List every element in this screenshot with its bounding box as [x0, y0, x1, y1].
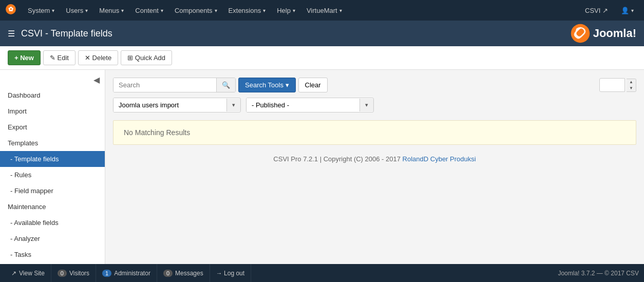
main-area: ◀ Dashboard Import Export Templates - Te…: [0, 70, 644, 264]
nav-item-menus[interactable]: Menus▾: [94, 0, 129, 21]
toolbar: + New ✎ Edit ✕ Delete ⊞ Quick Add: [0, 46, 644, 70]
top-right-items: CSVI ↗ 👤▾: [580, 0, 639, 21]
messages-item[interactable]: 0 Messages: [157, 264, 210, 282]
sidebar-item-analyzer[interactable]: - Analyzer: [0, 231, 105, 247]
nav-items: System▾ Users▾ Menus▾ Content▾ Component…: [23, 0, 580, 21]
joomla-text: Joomla!: [593, 27, 636, 40]
visitors-label: Visitors: [69, 270, 89, 277]
nav-item-help[interactable]: Help▾: [272, 0, 300, 21]
no-results-box: No Matching Results: [113, 120, 636, 145]
logout-item[interactable]: → Log out: [210, 264, 251, 282]
delete-button[interactable]: ✕ Delete: [78, 50, 118, 65]
status-filter-wrap: - Published - Published Unpublished ▾: [246, 98, 374, 112]
view-site-label: View Site: [19, 270, 45, 277]
footer-info: CSVI Pro 7.2.1 | Copyright (C) 2006 - 20…: [113, 145, 636, 173]
sidebar-toggle-button[interactable]: ◀: [93, 75, 100, 85]
new-button[interactable]: + New: [8, 50, 41, 65]
per-page-arrows: ▲ ▼: [627, 79, 636, 92]
messages-label: Messages: [175, 270, 203, 277]
search-bar: 🔍 Search Tools ▾ Clear 20 ▲ ▼: [113, 78, 636, 92]
admin-badge: 1: [102, 270, 111, 277]
template-filter-wrap: Joomla users import ▾: [113, 98, 241, 112]
joomla-icon: ✿: [5, 4, 16, 17]
no-results-message: No Matching Results: [124, 128, 190, 137]
template-filter-arrow[interactable]: ▾: [226, 99, 240, 111]
sidebar-item-rules[interactable]: - Rules: [0, 167, 105, 183]
admin-label: Administrator: [114, 270, 150, 277]
per-page-input[interactable]: 20: [599, 78, 625, 92]
search-input[interactable]: [113, 78, 216, 92]
filter-row: Joomla users import ▾ - Published - Publ…: [113, 98, 636, 112]
sidebar-item-export[interactable]: Export: [0, 119, 105, 135]
status-filter[interactable]: - Published - Published Unpublished: [247, 98, 359, 112]
copyright-text: CSVI Pro 7.2.1 | Copyright (C) 2006 - 20…: [273, 155, 401, 163]
nav-item-users[interactable]: Users▾: [61, 0, 93, 21]
clear-button[interactable]: Clear: [298, 78, 328, 92]
quick-add-button[interactable]: ⊞ Quick Add: [121, 50, 172, 65]
status-filter-arrow[interactable]: ▾: [359, 99, 373, 111]
per-page-wrap: 20 ▲ ▼: [599, 78, 636, 92]
svg-text:✿: ✿: [8, 6, 13, 13]
footer-link[interactable]: RolandD Cyber Produksi: [403, 155, 476, 163]
search-submit-button[interactable]: 🔍: [216, 78, 235, 92]
sidebar-item-template-fields[interactable]: - Template fields: [0, 151, 105, 167]
nav-item-extensions[interactable]: Extensions▾: [223, 0, 271, 21]
user-menu[interactable]: 👤▾: [616, 0, 639, 21]
search-tools-button[interactable]: Search Tools ▾: [238, 78, 296, 92]
sidebar-item-available-fields[interactable]: - Available fields: [0, 215, 105, 231]
bottom-right-text: Joomla! 3.7.2 — © 2017 CSV: [558, 270, 639, 277]
joomla-logo: Joomla!: [571, 24, 636, 43]
edit-button[interactable]: ✎ Edit: [43, 50, 75, 65]
bottom-bar: ↗ View Site 0 Visitors 1 Administrator 0…: [0, 264, 644, 282]
nav-item-virtuemart[interactable]: VirtueMart▾: [301, 0, 347, 21]
admin-item[interactable]: 1 Administrator: [96, 264, 157, 282]
sidebar-item-templates[interactable]: Templates: [0, 135, 105, 151]
per-page-down[interactable]: ▼: [627, 85, 636, 91]
top-navigation: ✿ System▾ Users▾ Menus▾ Content▾ Compone…: [0, 0, 644, 21]
visitors-badge: 0: [58, 270, 67, 277]
nav-item-content[interactable]: Content▾: [130, 0, 168, 21]
sidebar-item-dashboard[interactable]: Dashboard: [0, 87, 105, 103]
search-input-wrap: 🔍: [113, 78, 236, 92]
view-site-item[interactable]: ↗ View Site: [5, 264, 51, 282]
sidebar-toggle-area: ◀: [0, 72, 105, 87]
view-site-icon: ↗: [11, 270, 16, 277]
page-title: CSVI - Template fields: [21, 28, 571, 39]
sidebar-item-import[interactable]: Import: [0, 103, 105, 119]
bottom-left-items: ↗ View Site 0 Visitors 1 Administrator 0…: [5, 264, 251, 282]
csvi-link[interactable]: CSVI ↗: [580, 0, 613, 21]
header-bar: ☰ CSVI - Template fields Joomla!: [0, 21, 644, 46]
content-area: 🔍 Search Tools ▾ Clear 20 ▲ ▼ Joomla use…: [105, 70, 644, 264]
visitors-item[interactable]: 0 Visitors: [51, 264, 96, 282]
sidebar-item-tasks[interactable]: - Tasks: [0, 247, 105, 262]
messages-badge: 0: [163, 270, 173, 277]
per-page-up[interactable]: ▲: [627, 79, 636, 85]
logout-label: → Log out: [216, 270, 244, 277]
template-filter[interactable]: Joomla users import: [113, 98, 226, 112]
sidebar-item-maintenance[interactable]: Maintenance: [0, 199, 105, 215]
sidebar: ◀ Dashboard Import Export Templates - Te…: [0, 70, 105, 264]
nav-item-components[interactable]: Components▾: [169, 0, 222, 21]
nav-item-system[interactable]: System▾: [23, 0, 60, 21]
menu-toggle-icon[interactable]: ☰: [8, 29, 15, 39]
sidebar-item-field-mapper[interactable]: - Field mapper: [0, 183, 105, 199]
